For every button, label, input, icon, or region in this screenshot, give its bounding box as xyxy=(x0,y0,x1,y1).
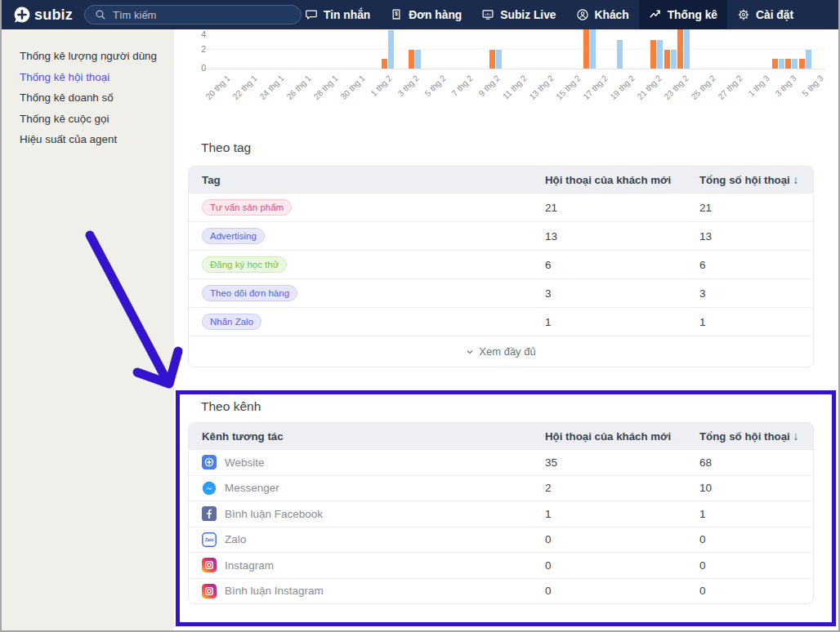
column-header-total-conversations[interactable]: Tổng số hội thoại ↓ xyxy=(699,430,798,443)
tag-table-row: Theo dõi đơn hàng33 xyxy=(189,278,813,307)
instagram-icon xyxy=(202,558,217,572)
search-placeholder: Tìm kiếm xyxy=(113,9,156,21)
channel-label: Bình luận Instagram xyxy=(225,585,324,597)
tag-table: Tag Hội thoại của khách mới Tổng số hội … xyxy=(188,166,814,367)
bar-total-conversations xyxy=(671,50,677,69)
new-conversations-value: 35 xyxy=(545,456,557,469)
top-navbar: subiz Tìm kiếm Tin nhắn$Đơn hàngSubiz Li… xyxy=(0,0,840,29)
channel-cell: Website xyxy=(202,455,265,470)
nav-item-monitor[interactable]: Subiz Live xyxy=(471,0,565,29)
channel-table-row: Bình luận Instagram00 xyxy=(189,578,813,604)
tag-table-row: Đăng ký học thử66 xyxy=(189,250,813,278)
channel-table-header: Kênh tương tác Hội thoại của khách mới T… xyxy=(189,423,813,449)
sidebar-item-0[interactable]: Thống kê lượng người dùng xyxy=(2,46,174,67)
bar-total-conversations xyxy=(657,40,663,69)
bar-total-conversations xyxy=(496,50,502,69)
channel-table-body: Website3568Messenger210Bình luận Faceboo… xyxy=(189,449,813,603)
channel-table-row: Instagram00 xyxy=(189,552,813,578)
new-conversations-value: 1 xyxy=(545,508,552,520)
tag-cell: Advertising xyxy=(202,228,265,244)
nav-item-label: Tin nhắn xyxy=(324,9,370,21)
chevron-down-icon xyxy=(466,348,474,356)
expand-button[interactable]: Xem đầy đủ xyxy=(189,336,813,367)
sidebar-item-4[interactable]: Hiệu suất của agent xyxy=(2,129,174,150)
nav-item-label: Khách xyxy=(595,9,629,21)
sort-descending-icon: ↓ xyxy=(793,430,799,443)
channel-cell: Bình luận Instagram xyxy=(202,584,324,599)
search-input[interactable]: Tìm kiếm xyxy=(84,5,302,24)
new-conversations-value: 2 xyxy=(545,482,552,494)
bar-new-conversations xyxy=(583,29,589,69)
total-conversations-value: 0 xyxy=(699,533,706,545)
tag-pill: Đăng ký học thử xyxy=(202,256,287,273)
bar-total-conversations xyxy=(806,50,811,69)
total-conversations-value: 68 xyxy=(699,456,712,469)
nav-item-label: Subiz Live xyxy=(500,9,556,21)
channel-label: Website xyxy=(225,456,265,469)
nav-item-label: Đơn hàng xyxy=(409,9,462,21)
chart-x-axis: 20 thg 122 thg 124 thg 126 thg 128 thg 1… xyxy=(0,73,840,116)
channel-cell: Bình luận Facebook xyxy=(202,506,323,521)
new-conversations-value: 1 xyxy=(545,316,552,328)
tag-pill: Theo dõi đơn hàng xyxy=(202,285,297,301)
y-axis-label: 4 xyxy=(186,30,206,39)
total-conversations-value: 1 xyxy=(699,316,706,328)
svg-text:$: $ xyxy=(395,11,398,17)
bar-new-conversations xyxy=(772,59,778,69)
bar-new-conversations xyxy=(409,50,414,69)
new-conversations-value: 21 xyxy=(545,202,557,214)
sidebar: Thống kê lượng người dùngThống kê hội th… xyxy=(2,29,174,630)
tag-table-body: Tư vấn sản phẩm2121Advertising1313Đăng k… xyxy=(189,193,813,336)
total-conversations-value: 0 xyxy=(699,559,706,572)
column-header-channel: Kênh tương tác xyxy=(202,430,284,443)
tag-cell: Tư vấn sản phẩm xyxy=(202,199,292,216)
nav-item-receipt[interactable]: $Đơn hàng xyxy=(380,0,471,29)
chat-icon xyxy=(305,8,318,21)
annotation-highlight-box: Theo kênh Kênh tương tác Hội thoại của k… xyxy=(176,390,836,626)
bar-total-conversations xyxy=(590,29,596,69)
column-header-new-conversations[interactable]: Hội thoại của khách mới xyxy=(545,430,671,443)
instagram-icon xyxy=(202,584,217,599)
channel-table-row: Bình luận Facebook11 xyxy=(189,501,813,527)
nav-item-label: Thống kê xyxy=(668,9,717,21)
total-conversations-value: 13 xyxy=(699,230,712,243)
tag-cell: Theo dõi đơn hàng xyxy=(202,285,297,301)
conversation-chart-plot xyxy=(204,29,825,69)
column-header-tag: Tag xyxy=(202,174,221,186)
channel-label: Instagram xyxy=(225,559,274,572)
bar-total-conversations xyxy=(779,59,784,69)
channel-label: Messenger xyxy=(225,482,279,494)
gridline xyxy=(204,49,825,50)
total-conversations-value: 6 xyxy=(699,259,706,271)
channel-cell: Instagram xyxy=(202,558,274,572)
facebook-icon xyxy=(202,506,217,521)
nav-item-person[interactable]: Khách xyxy=(566,0,639,29)
nav-item-gear[interactable]: Cài đặt xyxy=(727,0,803,29)
tag-table-row: Advertising1313 xyxy=(189,221,813,250)
new-conversations-value: 0 xyxy=(545,533,552,545)
tag-table-row: Nhãn Zalo11 xyxy=(189,307,813,336)
tag-cell: Nhãn Zalo xyxy=(202,314,261,330)
monitor-icon xyxy=(481,8,494,21)
trend-icon xyxy=(649,8,662,21)
column-header-new-conversations[interactable]: Hội thoại của khách mới xyxy=(545,174,671,186)
bar-new-conversations xyxy=(799,59,805,69)
channel-cell: Messenger xyxy=(202,481,279,496)
bar-new-conversations xyxy=(677,29,683,69)
sort-descending-icon: ↓ xyxy=(793,174,799,186)
nav-item-chat[interactable]: Tin nhắn xyxy=(295,0,380,29)
column-header-total-conversations[interactable]: Tổng số hội thoại ↓ xyxy=(699,174,798,186)
channel-table-row: Website3568 xyxy=(189,449,813,475)
subiz-statistics-page: subiz Tìm kiếm Tin nhắn$Đơn hàngSubiz Li… xyxy=(0,0,840,632)
bar-total-conversations xyxy=(684,29,690,69)
subiz-logo[interactable]: subiz xyxy=(13,6,73,24)
bar-total-conversations xyxy=(617,40,623,69)
nav-item-trend[interactable]: Thống kê xyxy=(639,0,727,29)
tag-pill: Nhãn Zalo xyxy=(202,314,261,330)
channel-label: Zalo xyxy=(225,533,246,545)
total-conversations-value: 1 xyxy=(699,508,706,520)
bar-total-conversations xyxy=(388,30,394,69)
bar-new-conversations xyxy=(382,59,387,69)
tag-pill: Advertising xyxy=(202,228,265,244)
navbar-items: Tin nhắn$Đơn hàngSubiz LiveKháchThống kê… xyxy=(295,0,803,29)
